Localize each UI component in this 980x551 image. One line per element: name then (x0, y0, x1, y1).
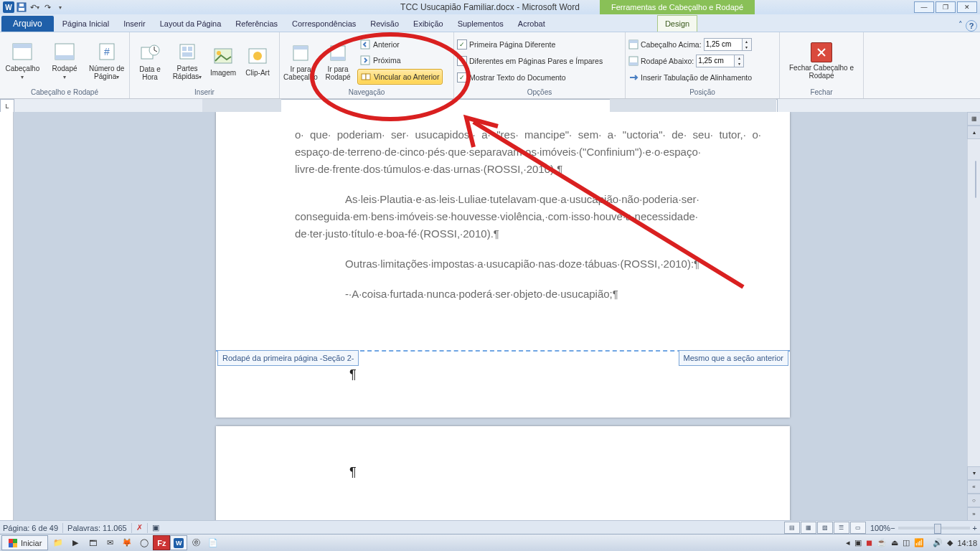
document-page[interactable]: ¶ (216, 426, 790, 521)
minimize-button[interactable]: — (914, 1, 934, 13)
footer-content[interactable]: ¶ (349, 367, 357, 382)
tray-drive-icon[interactable]: ◆ (947, 538, 953, 547)
taskbar-np-icon[interactable]: 📄 (204, 535, 222, 550)
scroll-thumb[interactable] (975, 161, 976, 198)
taskbar-chrome-icon[interactable]: ◯ (136, 535, 153, 550)
zoom-level[interactable]: 100% (870, 524, 890, 532)
picture-button[interactable]: Imagem (207, 37, 239, 85)
spin-up[interactable]: ▴ (735, 55, 743, 61)
footer-area[interactable]: Rodapé da primeira página -Seção 2- Mesm… (216, 350, 790, 418)
different-first-page-checkbox[interactable]: ✓Primeira Página Diferente (457, 37, 603, 52)
document-body-text[interactable]: o· que· poderiam· ser· usucapidos,· a· "… (295, 126, 761, 316)
spin-up[interactable]: ▴ (743, 39, 751, 44)
header-button[interactable]: Cabeçalho▾ (3, 37, 42, 85)
word-count[interactable]: Palavras: 11.065 (67, 524, 127, 532)
tab-acrobat[interactable]: Acrobat (511, 16, 552, 32)
file-tab[interactable]: Arquivo (1, 16, 54, 32)
spin-down[interactable]: ▾ (743, 44, 751, 50)
taskbar-filezilla-icon[interactable]: Fz (153, 535, 170, 550)
previous-page-button[interactable]: « (967, 480, 980, 494)
document-page[interactable]: o· que· poderiam· ser· usucapidos,· a· "… (216, 112, 790, 418)
tab-addins[interactable]: Suplementos (451, 16, 511, 32)
start-button[interactable]: Iniciar (1, 535, 48, 550)
spin-down[interactable]: ▾ (735, 61, 743, 67)
tray-expand-icon[interactable]: ◂ (846, 538, 850, 547)
tab-selector[interactable]: L (0, 99, 14, 113)
taskbar-wmp-icon[interactable]: ▶ (67, 535, 84, 550)
undo-icon[interactable]: ↶▾ (29, 1, 40, 13)
redo-icon[interactable]: ↷ (42, 1, 53, 13)
tray-icon[interactable]: ▣ (854, 538, 862, 547)
different-odd-even-checkbox[interactable]: Diferentes em Páginas Pares e Ímpares (457, 54, 603, 68)
taskbar-word-icon[interactable]: W (170, 535, 187, 550)
print-layout-view-button[interactable]: ▤ (784, 522, 800, 534)
scroll-up-button[interactable]: ▴ (967, 126, 980, 139)
tray-clock[interactable]: 14:18 (957, 539, 977, 547)
browse-object-button[interactable]: ○ (967, 494, 980, 507)
show-document-text-checkbox[interactable]: ✓Mostrar Texto do Documento (457, 70, 603, 85)
next-section-button[interactable]: Próxima (357, 53, 443, 67)
footer-from-bottom-input[interactable] (696, 55, 735, 67)
tray-usb-icon[interactable]: ⏏ (891, 538, 898, 547)
tab-context-design[interactable]: Design (657, 15, 697, 32)
zoom-out-button[interactable]: − (890, 524, 895, 532)
full-screen-view-button[interactable]: ▦ (801, 522, 816, 534)
footer-from-bottom-field[interactable]: Rodapé Abaixo:▴▾ (628, 54, 752, 68)
header-content[interactable]: ¶ (349, 465, 357, 480)
tab-view[interactable]: Exibição (406, 16, 451, 32)
date-time-button[interactable]: Data e Hora (133, 37, 167, 85)
quick-parts-button[interactable]: Partes Rápidas▾ (170, 37, 204, 85)
qat-customize-icon[interactable]: ▾ (55, 1, 66, 13)
tab-review[interactable]: Revisão (363, 16, 406, 32)
page-indicator[interactable]: Página: 6 de 49 (3, 524, 58, 532)
restore-button[interactable]: ❐ (936, 1, 956, 13)
insert-alignment-tab-button[interactable]: Inserir Tabulação de Alinhamento (628, 70, 752, 85)
spell-check-icon[interactable]: ✗ (136, 523, 143, 532)
close-header-footer-button[interactable]: Fechar Cabeçalho e Rodapé (787, 37, 856, 85)
taskbar-outlook-icon[interactable]: ✉ (101, 535, 118, 550)
zoom-slider[interactable]: − + (890, 524, 977, 532)
tray-av-icon[interactable]: ◼ (866, 538, 872, 547)
scroll-down-button[interactable]: ▾ (967, 466, 980, 480)
header-from-top-field[interactable]: Cabeçalho Acima:▴▾ (628, 37, 752, 52)
next-page-button[interactable]: » (967, 507, 980, 521)
tray-network-icon[interactable]: ◫ (903, 538, 910, 547)
horizontal-ruler[interactable]: L (0, 99, 980, 113)
footer-button[interactable]: Rodapé▾ (45, 37, 85, 85)
ruler-toggle-icon[interactable]: ▦ (967, 112, 980, 126)
tray-volume-icon[interactable]: 🔊 (933, 538, 943, 547)
tab-references[interactable]: Referências (228, 16, 285, 32)
tab-page-layout[interactable]: Layout da Página (153, 16, 229, 32)
taskbar-firefox-icon[interactable]: 🦊 (118, 535, 136, 550)
draft-view-button[interactable]: ▭ (850, 522, 866, 534)
macro-icon[interactable]: ▣ (152, 523, 159, 532)
svg-point-18 (217, 51, 221, 55)
previous-section-button[interactable]: Anterior (357, 37, 443, 52)
save-icon[interactable] (16, 1, 27, 13)
close-window-button[interactable]: ✕ (957, 1, 977, 13)
goto-header-button[interactable]: Ir para Cabeçalho (283, 37, 319, 85)
zoom-in-button[interactable]: + (973, 524, 977, 532)
tab-home[interactable]: Página Inicial (55, 16, 116, 32)
outline-view-button[interactable]: ☰ (834, 522, 849, 534)
goto-footer-button[interactable]: Ir para Rodapé (321, 37, 354, 85)
tab-insert[interactable]: Inserir (116, 16, 153, 32)
clipart-button[interactable]: Clip-Art (242, 37, 273, 85)
taskbar-explorer-icon[interactable]: 📁 (50, 535, 67, 550)
vertical-scrollbar[interactable]: ▦ ▴ ▾ « ○ » (967, 112, 980, 521)
link-to-previous-button[interactable]: Vincular ao Anterior (357, 69, 443, 85)
ribbon-minimize-icon[interactable]: ˄ (958, 20, 963, 32)
web-layout-view-button[interactable]: ▨ (817, 522, 833, 534)
tab-mailings[interactable]: Correspondências (285, 16, 363, 32)
vertical-ruler[interactable] (0, 112, 14, 521)
help-icon[interactable]: ? (966, 20, 977, 32)
page-number-button[interactable]: #Número de Página▾ (87, 37, 126, 85)
header-from-top-input[interactable] (704, 38, 743, 51)
tray-wifi-icon[interactable]: 📶 (914, 538, 924, 547)
taskbar-app-icon[interactable]: 🗔 (84, 535, 101, 550)
tab-icon (628, 72, 639, 83)
tray-java-icon[interactable]: ☕ (877, 538, 887, 547)
taskbar-ie-icon[interactable]: ⓔ (187, 535, 204, 550)
zoom-thumb[interactable] (934, 524, 941, 534)
header-area[interactable]: ¶ (216, 426, 790, 512)
